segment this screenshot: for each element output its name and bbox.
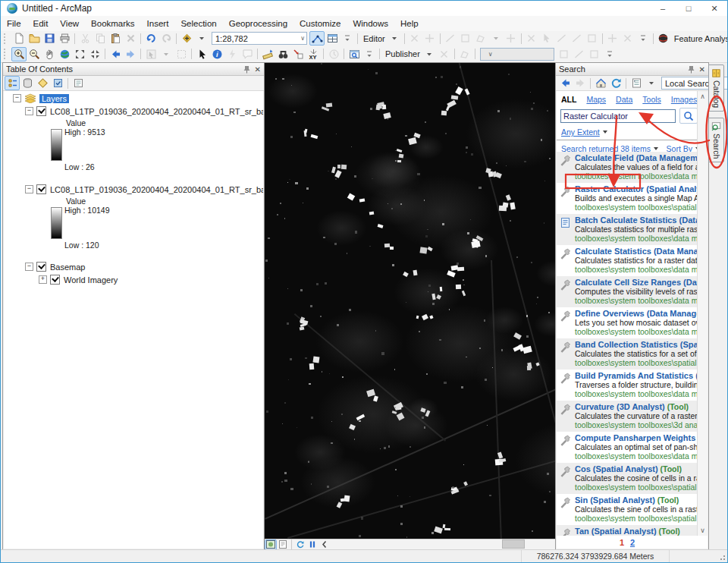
edit-line-icon[interactable] bbox=[443, 31, 458, 46]
edit-curve-icon[interactable] bbox=[458, 31, 473, 46]
result-path[interactable]: toolboxes\system toolboxes\data man... bbox=[575, 390, 696, 399]
minimize-button[interactable]: – bbox=[650, 1, 676, 16]
scroll-up-icon[interactable]: ∧ bbox=[700, 93, 705, 100]
result-path[interactable]: toolboxes\system toolboxes\spatial an... bbox=[575, 359, 696, 368]
list-by-source-icon[interactable] bbox=[20, 76, 35, 90]
index-list-icon[interactable] bbox=[629, 76, 644, 90]
overflow-icon[interactable] bbox=[602, 47, 617, 61]
caret-down-icon[interactable] bbox=[488, 31, 504, 46]
wiz-x-icon[interactable] bbox=[587, 47, 602, 61]
basemap-child-layer[interactable]: World Imagery bbox=[64, 275, 118, 285]
new-document-icon[interactable] bbox=[11, 31, 27, 46]
search-button[interactable] bbox=[679, 108, 698, 124]
edit-split-icon[interactable] bbox=[570, 31, 585, 46]
edit-rotate-icon[interactable] bbox=[585, 31, 600, 46]
basemap-layer[interactable]: Basemap bbox=[50, 263, 85, 272]
expander-icon[interactable]: − bbox=[13, 94, 21, 102]
result-title-link[interactable]: Compute Pansharpen Weights (Da... bbox=[575, 433, 698, 442]
hyperlink-icon[interactable] bbox=[224, 47, 240, 61]
pin-icon[interactable] bbox=[688, 65, 695, 74]
layer-name[interactable]: LC08_L1TP_019036_20200404_20200404_01_RT… bbox=[50, 107, 263, 116]
full-extent-icon[interactable] bbox=[57, 47, 72, 61]
list-by-selection-icon[interactable] bbox=[50, 76, 65, 90]
result-title-link[interactable]: Build Pyramids And Statistics (Data... bbox=[575, 371, 698, 380]
menu-file[interactable]: File bbox=[1, 17, 27, 30]
wiz-next-icon[interactable] bbox=[572, 47, 587, 61]
fixed-zoom-out-icon[interactable] bbox=[87, 47, 102, 61]
print-icon[interactable] bbox=[57, 31, 72, 46]
pub-folder-icon[interactable] bbox=[457, 47, 472, 61]
result-title-link[interactable]: Sin (Spatial Analyst) bbox=[575, 495, 655, 505]
undo-icon[interactable] bbox=[143, 31, 158, 46]
pin-icon[interactable] bbox=[243, 65, 250, 74]
copy-icon[interactable] bbox=[93, 31, 108, 46]
go-to-xy-icon[interactable]: XY bbox=[306, 47, 321, 61]
result-path[interactable]: toolboxes\system toolboxes\data man... bbox=[575, 172, 696, 181]
search-tab-images[interactable]: Images bbox=[671, 95, 697, 104]
menu-geoprocessing[interactable]: Geoprocessing bbox=[223, 17, 293, 30]
layer-checkbox[interactable] bbox=[36, 262, 46, 272]
forward-icon[interactable] bbox=[573, 76, 588, 90]
menu-insert[interactable]: Insert bbox=[141, 17, 175, 30]
caret-down-icon[interactable] bbox=[194, 31, 209, 46]
open-folder-icon[interactable] bbox=[27, 31, 42, 46]
attribute-table-icon[interactable] bbox=[325, 31, 340, 46]
search-tab-tools[interactable]: Tools bbox=[642, 95, 661, 104]
refresh-small-icon[interactable] bbox=[294, 539, 306, 550]
menu-edit[interactable]: Edit bbox=[27, 17, 55, 30]
menu-bookmarks[interactable]: Bookmarks bbox=[85, 17, 141, 30]
editor-menu-button[interactable]: Editor bbox=[360, 34, 387, 43]
horizontal-scrollbar-thumb[interactable] bbox=[502, 539, 525, 549]
arrow-box-icon[interactable] bbox=[290, 47, 306, 61]
redo-icon[interactable] bbox=[158, 31, 174, 46]
result-path[interactable]: toolboxes\system toolboxes\data man... bbox=[575, 452, 696, 461]
add-data-icon[interactable] bbox=[179, 31, 194, 46]
publisher-menu-button[interactable]: Publisher bbox=[382, 49, 422, 58]
save-icon[interactable] bbox=[42, 31, 57, 46]
refresh-icon[interactable] bbox=[608, 76, 623, 90]
measure-icon[interactable] bbox=[260, 47, 275, 61]
select-elements-icon[interactable] bbox=[194, 47, 209, 61]
dock-tab-catalog[interactable]: Catalog bbox=[708, 64, 724, 112]
result-title-link[interactable]: Calculate Statistics (Data Manage... bbox=[575, 247, 698, 256]
list-by-visibility-icon[interactable] bbox=[35, 76, 50, 90]
menu-view[interactable]: View bbox=[54, 17, 85, 30]
result-title-link[interactable]: Calculate Cell Size Ranges (Data M... bbox=[575, 278, 698, 287]
pause-icon[interactable] bbox=[306, 539, 318, 550]
expander-icon[interactable]: − bbox=[25, 185, 33, 193]
page-2[interactable]: 2 bbox=[630, 538, 635, 547]
expander-icon[interactable]: − bbox=[25, 263, 33, 271]
viewer-window-icon[interactable] bbox=[347, 47, 362, 61]
feature-analyst-globe-icon[interactable] bbox=[656, 31, 671, 46]
time-slider-icon[interactable] bbox=[326, 47, 341, 61]
dock-tab-search[interactable]: Search bbox=[708, 118, 724, 162]
map-canvas[interactable] bbox=[265, 63, 555, 539]
back-chevron-icon[interactable] bbox=[318, 539, 331, 550]
identify-icon[interactable]: i bbox=[209, 47, 224, 61]
menu-windows[interactable]: Windows bbox=[347, 17, 394, 30]
back-icon[interactable] bbox=[557, 76, 573, 90]
result-path[interactable]: toolboxes\system toolboxes\spatial an... bbox=[575, 203, 696, 212]
caret-down-icon[interactable] bbox=[387, 31, 402, 46]
menu-help[interactable]: Help bbox=[394, 17, 425, 30]
result-title-link[interactable]: Cos (Spatial Analyst) bbox=[575, 464, 658, 473]
menu-customize[interactable]: Customize bbox=[293, 17, 347, 30]
overflow-icon[interactable] bbox=[340, 31, 355, 46]
any-extent-dropdown[interactable]: Any Extent bbox=[561, 127, 600, 137]
back-icon[interactable] bbox=[108, 47, 123, 61]
overflow-icon[interactable] bbox=[362, 47, 377, 61]
pub-prepare-icon[interactable] bbox=[437, 47, 452, 61]
toc-root-layers[interactable]: Layers bbox=[39, 94, 69, 103]
edit-play-icon[interactable] bbox=[407, 31, 422, 46]
caret-down-icon[interactable] bbox=[422, 47, 437, 61]
maximize-button[interactable]: □ bbox=[676, 1, 701, 16]
layer-checkbox[interactable] bbox=[36, 106, 46, 116]
html-popup-icon[interactable] bbox=[240, 47, 255, 61]
wiz-back-icon[interactable] bbox=[557, 47, 572, 61]
map-scale-combobox[interactable]: 1:28,782∨ bbox=[212, 32, 307, 45]
edit-sketch-props-icon[interactable] bbox=[620, 31, 635, 46]
forward-icon[interactable] bbox=[123, 47, 138, 61]
paste-icon[interactable] bbox=[108, 31, 123, 46]
select-features-icon[interactable] bbox=[143, 47, 158, 61]
result-path[interactable]: toolboxes\system toolboxes\spatial an... bbox=[575, 483, 696, 492]
